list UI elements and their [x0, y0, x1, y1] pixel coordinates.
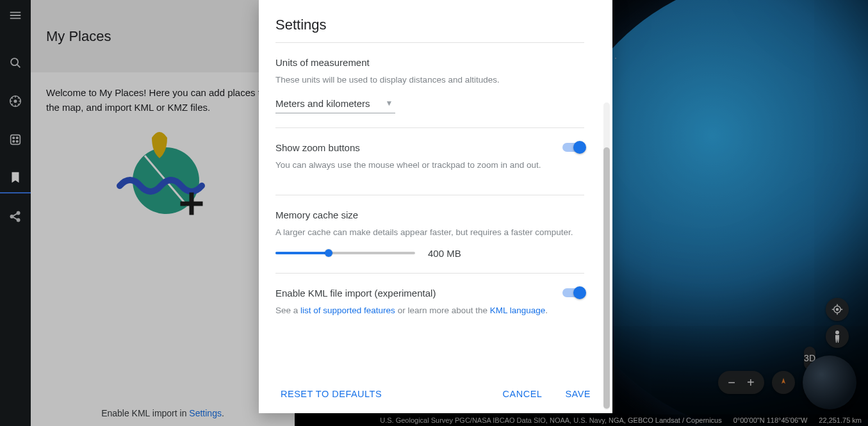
zoom-buttons-section: Show zoom buttons You can always use the… — [275, 127, 584, 195]
zoom-buttons-desc: You can always use the mouse wheel or tr… — [275, 160, 584, 172]
cache-value: 400 MB — [428, 248, 461, 259]
cache-desc: A larger cache can make details appear f… — [275, 227, 584, 239]
scrollbar-thumb[interactable] — [603, 147, 610, 409]
cache-title: Memory cache size — [275, 209, 584, 220]
settings-title: Settings — [259, 0, 612, 38]
units-value: Meters and kilometers — [275, 98, 370, 109]
kml-desc: See a list of supported features or lear… — [275, 305, 584, 317]
reset-defaults-button[interactable]: RESET TO DEFAULTS — [277, 384, 386, 404]
units-select[interactable]: Meters and kilometers ▼ — [275, 95, 395, 113]
kml-toggle[interactable] — [562, 288, 584, 297]
save-button[interactable]: SAVE — [561, 384, 594, 404]
kml-title: Enable KML file import (experimental) — [275, 288, 436, 299]
cache-slider[interactable] — [275, 252, 415, 254]
kml-features-link[interactable]: list of supported features — [300, 306, 395, 315]
units-title: Units of measurement — [275, 57, 584, 68]
units-section: Units of measurement These units will be… — [275, 42, 584, 127]
zoom-buttons-title: Show zoom buttons — [275, 142, 360, 153]
settings-dialog: Settings ▲ Units of measurement These un… — [259, 0, 612, 413]
units-desc: These units will be used to display dist… — [275, 74, 584, 86]
dialog-actions: RESET TO DEFAULTS CANCEL SAVE — [259, 375, 612, 413]
zoom-buttons-toggle[interactable] — [562, 143, 584, 152]
kml-section: Enable KML file import (experimental) Se… — [275, 273, 584, 330]
kml-language-link[interactable]: KML language — [490, 306, 546, 315]
cancel-button[interactable]: CANCEL — [499, 384, 546, 404]
cache-section: Memory cache size A larger cache can mak… — [275, 195, 584, 273]
chevron-down-icon: ▼ — [386, 99, 393, 108]
